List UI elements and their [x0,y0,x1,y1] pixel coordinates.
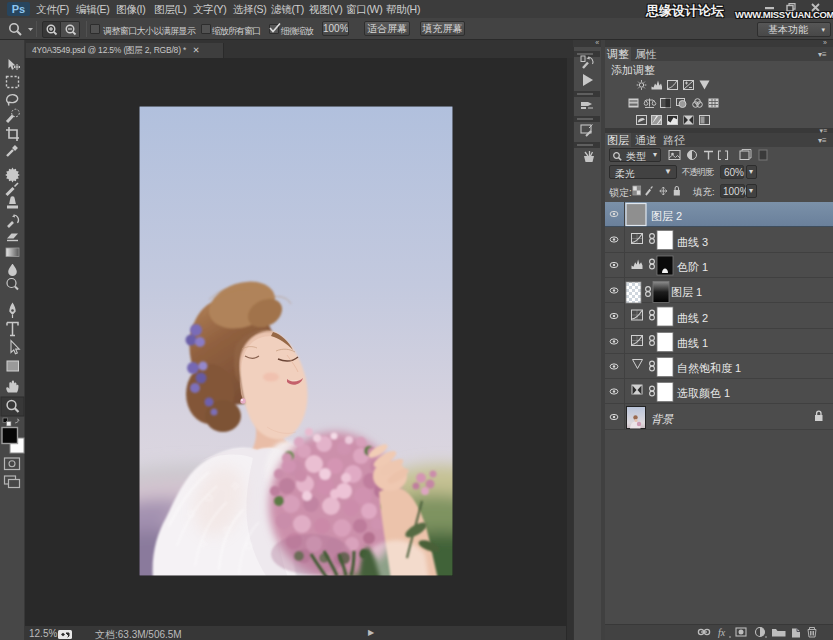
svg-text:fx: fx [718,627,726,638]
